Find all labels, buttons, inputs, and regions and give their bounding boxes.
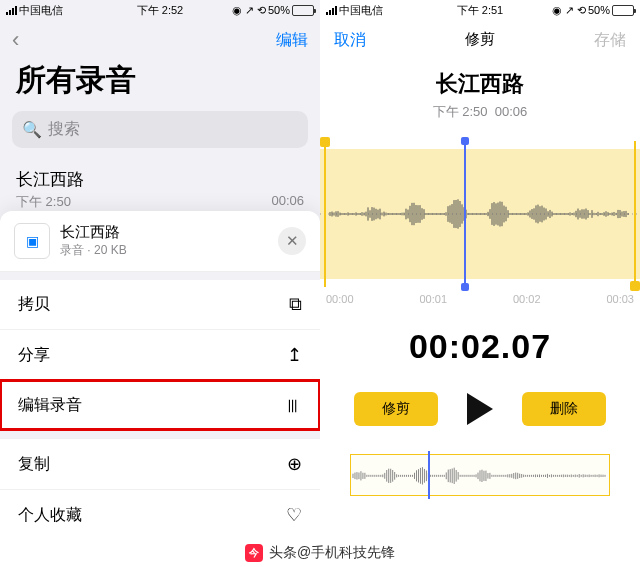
recording-time: 下午 2:50 [433, 104, 488, 119]
back-button[interactable]: ‹ [12, 27, 19, 53]
recording-name: 长江西路 [320, 69, 640, 99]
cancel-button[interactable]: 取消 [334, 30, 366, 51]
menu-icon: ↥ [287, 344, 302, 366]
trim-title: 修剪 [465, 30, 495, 47]
edit-button[interactable]: 编辑 [276, 30, 308, 51]
page-title: 所有录音 [0, 60, 320, 111]
recording-time: 下午 2:50 [16, 193, 71, 211]
carrier: 中国电信 [339, 3, 383, 18]
tick: 00:02 [513, 293, 541, 305]
signal-icon [326, 6, 337, 15]
signal-icon [6, 6, 17, 15]
tick: 00:00 [326, 293, 354, 305]
battery-icon [612, 5, 634, 16]
search-input[interactable]: 🔍 搜索 [12, 111, 308, 148]
menu-item-0[interactable]: 拷贝⧉ [0, 280, 320, 329]
tick: 00:01 [419, 293, 447, 305]
carrier: 中国电信 [19, 3, 63, 18]
save-button[interactable]: 存储 [594, 30, 626, 51]
sheet-title: 长江西路 [60, 223, 127, 242]
battery-icon [292, 5, 314, 16]
current-time: 00:02.07 [320, 327, 640, 366]
trim-button[interactable]: 修剪 [354, 392, 438, 426]
menu-item-1[interactable]: 分享↥ [0, 329, 320, 380]
delete-button[interactable]: 删除 [522, 392, 606, 426]
toutiao-logo-icon: 今 [245, 544, 263, 562]
close-button[interactable]: ✕ [278, 227, 306, 255]
menu-item-4[interactable]: 个人收藏♡ [0, 489, 320, 540]
play-button[interactable] [467, 393, 493, 425]
menu-label: 复制 [18, 454, 50, 475]
menu-icon: ♡ [286, 504, 302, 526]
share-sheet: ▣ 长江西路 录音 · 20 KB ✕ 拷贝⧉分享↥编辑录音⫼复制⊕个人收藏♡ [0, 211, 320, 540]
menu-label: 分享 [18, 345, 50, 366]
recording-name: 长江西路 [16, 168, 304, 191]
menu-item-2[interactable]: 编辑录音⫼ [0, 380, 320, 430]
recording-duration: 00:06 [271, 193, 304, 211]
timeline: 00:0000:0100:0200:03 [320, 279, 640, 305]
minimap-playhead[interactable] [428, 451, 430, 499]
search-icon: 🔍 [22, 120, 42, 139]
menu-icon: ⧉ [289, 294, 302, 315]
minimap[interactable] [350, 454, 610, 496]
menu-icon: ⫼ [284, 395, 302, 416]
playhead[interactable] [464, 141, 466, 287]
status-bar: 中国电信 下午 2:52 ◉ ↗ ⟲50% [0, 0, 320, 20]
sheet-subtitle: 录音 · 20 KB [60, 242, 127, 259]
status-time: 下午 2:52 [137, 3, 183, 18]
file-icon: ▣ [14, 223, 50, 259]
menu-label: 个人收藏 [18, 505, 82, 526]
menu-item-3[interactable]: 复制⊕ [0, 438, 320, 489]
menu-label: 编辑录音 [18, 395, 82, 416]
trim-handle-left[interactable] [320, 141, 330, 287]
recording-item[interactable]: 长江西路 下午 2:50 00:06 [0, 160, 320, 211]
watermark: 今 头条@手机科技先锋 [0, 539, 640, 567]
battery-pct: 50% [588, 4, 610, 16]
search-placeholder: 搜索 [48, 119, 80, 140]
trim-handle-right[interactable] [630, 141, 640, 287]
tick: 00:03 [606, 293, 634, 305]
menu-icon: ⊕ [287, 453, 302, 475]
recording-duration: 00:06 [495, 104, 528, 119]
location-icon: ◉ ↗ ⟲ [232, 4, 266, 17]
waveform-icon [320, 149, 640, 279]
watermark-text: 头条@手机科技先锋 [269, 544, 395, 562]
battery-pct: 50% [268, 4, 290, 16]
menu-label: 拷贝 [18, 294, 50, 315]
status-bar: 中国电信 下午 2:51 ◉ ↗ ⟲50% [320, 0, 640, 20]
location-icon: ◉ ↗ ⟲ [552, 4, 586, 17]
waveform-editor[interactable] [320, 149, 640, 279]
minimap-wave-icon [351, 455, 609, 497]
status-time: 下午 2:51 [457, 3, 503, 18]
